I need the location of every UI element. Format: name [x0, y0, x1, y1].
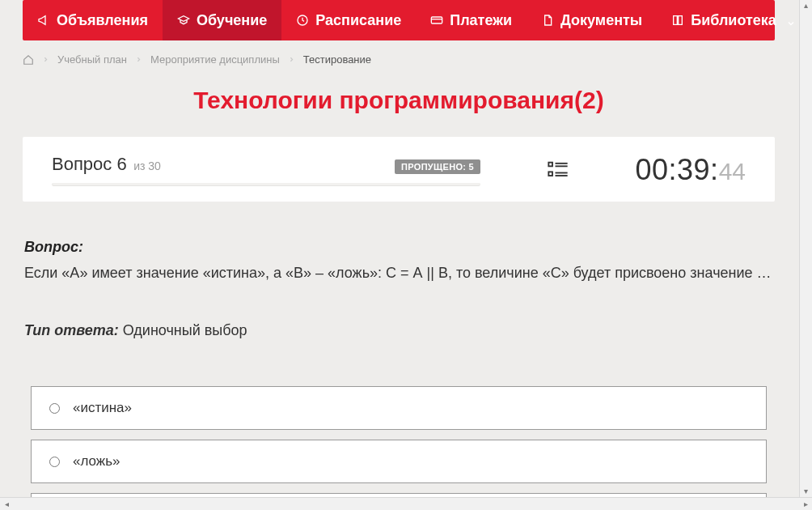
svg-rect-3: [548, 172, 552, 176]
book-icon: [671, 14, 684, 27]
chevron-right-icon: [135, 55, 142, 65]
vertical-scrollbar[interactable]: ▴ ▾: [799, 0, 812, 497]
nav-item-schedule[interactable]: Расписание: [281, 0, 416, 40]
question-list-icon[interactable]: [546, 159, 570, 181]
timer-main: 00:39:: [636, 153, 719, 187]
option-item[interactable]: «ложь»: [31, 440, 767, 483]
nav-item-training[interactable]: Обучение: [163, 0, 281, 40]
nav-item-library[interactable]: Библиотека: [657, 0, 810, 40]
nav-label: Библиотека: [691, 12, 776, 29]
breadcrumb-testing: Тестирование: [303, 53, 371, 66]
breadcrumb-plan[interactable]: Учебный план: [57, 53, 127, 66]
scroll-left-icon[interactable]: ◂: [2, 500, 11, 508]
scroll-right-icon[interactable]: ▸: [801, 500, 810, 508]
question-label: Вопрос:: [24, 239, 773, 256]
progress-bar: [52, 183, 480, 186]
answer-type-value: Одиночный выбор: [123, 322, 247, 338]
options-list: «истина» «ложь» «истина» или «ложь»: [24, 386, 773, 497]
nav-label: Документы: [560, 12, 642, 29]
status-card: Вопрос 6 из 30 ПРОПУЩЕНО: 5: [23, 137, 775, 202]
breadcrumb-event[interactable]: Мероприятие дисциплины: [150, 53, 280, 66]
card-icon: [430, 14, 443, 27]
nav-item-ads[interactable]: Объявления: [23, 0, 163, 40]
clock-icon: [296, 14, 309, 27]
option-label: «истина»: [73, 400, 132, 416]
chevron-down-icon: [786, 15, 796, 25]
document-icon: [541, 14, 554, 27]
top-nav: Объявления Обучение Расписание Платежи Д…: [23, 0, 775, 40]
nav-label: Обучение: [197, 12, 267, 29]
timer: 00:39:44: [636, 153, 746, 187]
graduation-cap-icon: [177, 14, 190, 27]
answer-type-label: Тип ответа:: [24, 322, 119, 338]
timer-seconds: 44: [719, 158, 746, 185]
question-number-label: Вопрос 6: [52, 154, 127, 174]
option-item[interactable]: «истина»: [31, 386, 767, 430]
question-text: Если «А» имеет значение «истина», а «В» …: [24, 262, 773, 283]
page-title: Технологии программирования(2): [23, 87, 775, 114]
scroll-down-icon[interactable]: ▾: [804, 487, 808, 495]
option-label: «ложь»: [73, 453, 121, 470]
scroll-up-icon[interactable]: ▴: [804, 2, 808, 10]
svg-rect-1: [432, 17, 442, 23]
nav-item-documents[interactable]: Документы: [527, 0, 657, 40]
nav-label: Платежи: [450, 12, 512, 29]
radio-icon[interactable]: [49, 403, 60, 414]
megaphone-icon: [37, 14, 50, 27]
home-icon[interactable]: [23, 54, 34, 66]
svg-rect-2: [548, 163, 552, 167]
nav-label: Расписание: [315, 12, 401, 29]
chevron-right-icon: [288, 55, 295, 65]
horizontal-scrollbar[interactable]: ◂ ▸: [0, 497, 812, 510]
nav-label: Объявления: [57, 12, 148, 29]
radio-icon[interactable]: [49, 457, 60, 467]
breadcrumb: Учебный план Мероприятие дисциплины Тест…: [23, 40, 775, 79]
skipped-badge: ПРОПУЩЕНО: 5: [395, 159, 480, 174]
question-total: из 30: [133, 159, 161, 172]
nav-item-payments[interactable]: Платежи: [416, 0, 527, 40]
chevron-right-icon: [42, 55, 49, 65]
